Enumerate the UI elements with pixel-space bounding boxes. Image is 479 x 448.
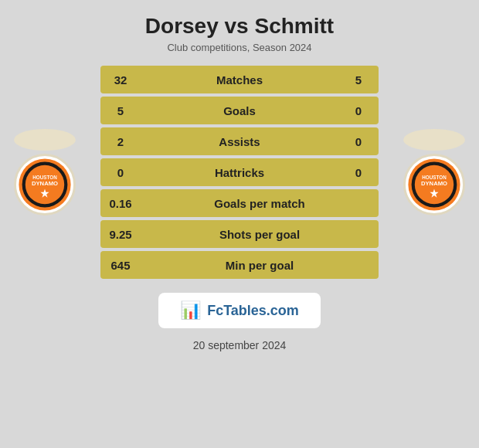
stats-table: 32Matches55Goals02Assists00Hattricks00.1… [100,66,379,279]
stat-label: Matches [141,66,338,93]
stat-left-value: 0.16 [100,189,141,217]
tables-part: Tables.com [223,303,299,318]
left-oval [14,129,76,151]
stat-left-value: 32 [100,66,141,93]
fctables-icon: 📊 [180,300,201,321]
stat-right-value: 0 [338,97,379,124]
logo-left: HOUSTON DYNAMO [14,129,76,216]
logo-right: HOUSTON DYNAMO [403,129,465,216]
comparison-area: HOUSTON DYNAMO 32Matches55Goals02Assists… [0,66,479,279]
fctables-badge: 📊 FcTables.com [158,293,321,328]
svg-text:DYNAMO: DYNAMO [421,180,447,187]
stat-right-value: 5 [338,66,379,93]
right-team-logo: HOUSTON DYNAMO [403,154,465,216]
fc-part: Fc [207,303,223,318]
left-team-logo: HOUSTON DYNAMO [14,154,76,216]
stat-label: Goals [141,97,338,124]
stat-row: 2Assists0 [100,127,379,155]
stat-row: 5Goals0 [100,97,379,124]
stat-left-value: 645 [100,251,141,279]
stat-row: 0Hattricks0 [100,158,379,186]
stat-row: 9.25Shots per goal [100,220,379,248]
stat-right-value: 0 [338,158,379,186]
stat-left-value: 9.25 [100,220,141,248]
stat-left-value: 2 [100,127,141,155]
stat-row: 645Min per goal [100,251,379,279]
stat-label: Min per goal [141,251,379,279]
page-wrapper: Dorsey vs Schmitt Club competitions, Sea… [0,0,479,448]
main-title: Dorsey vs Schmitt [145,14,334,39]
stat-label: Hattricks [141,158,338,186]
svg-text:HOUSTON: HOUSTON [32,175,57,180]
stat-left-value: 5 [100,97,141,124]
stat-row: 32Matches5 [100,66,379,93]
right-oval [403,129,465,151]
stat-label: Assists [141,127,338,155]
stat-left-value: 0 [100,158,141,186]
stat-row: 0.16Goals per match [100,189,379,217]
stat-label: Shots per goal [141,220,379,248]
subtitle: Club competitions, Season 2024 [145,42,334,53]
date-footer: 20 september 2024 [193,339,287,351]
svg-text:HOUSTON: HOUSTON [422,175,447,180]
stat-right-value: 0 [338,127,379,155]
stat-label: Goals per match [141,189,379,217]
title-section: Dorsey vs Schmitt Club competitions, Sea… [145,0,334,58]
fctables-text: FcTables.com [207,303,299,319]
svg-text:DYNAMO: DYNAMO [32,180,58,187]
